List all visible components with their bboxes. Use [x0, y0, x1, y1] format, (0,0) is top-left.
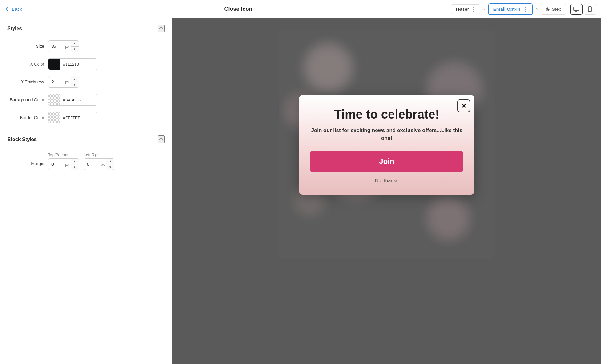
block-styles-title: Block Styles [7, 137, 37, 142]
left-right-group: Left/Right px ▲ ▼ [84, 152, 115, 170]
x-color-input[interactable] [60, 62, 91, 67]
bg-color-row: Background Color [0, 91, 172, 109]
size-increment-btn[interactable]: ▲ [71, 40, 79, 47]
border-color-label: Border Color [7, 115, 44, 120]
x-thickness-increment-btn[interactable]: ▲ [71, 76, 79, 82]
svg-rect-0 [574, 7, 579, 11]
x-color-label: X Color [7, 62, 44, 67]
email-optin-pill[interactable]: Email Opt-In ⋮ [488, 3, 533, 15]
top-bottom-group: Top/Bottom px ▲ ▼ [48, 152, 79, 170]
mobile-device-btn[interactable] [584, 4, 596, 15]
x-color-swatch[interactable] [48, 58, 60, 70]
left-right-px-label: px [101, 162, 106, 167]
margin-row: Margin Top/Bottom px ▲ ▼ [0, 148, 172, 173]
modal-card: ✕ Time to celebrate! Join our list for e… [299, 95, 474, 195]
teaser-dots-icon: ⋮ [471, 6, 476, 12]
modal-subtitle: Join our list for exciting news and excl… [310, 127, 463, 142]
x-thickness-label: X Thickness [7, 79, 44, 84]
size-decrement-btn[interactable]: ▼ [71, 47, 79, 52]
border-color-input[interactable] [60, 115, 91, 120]
teaser-pill[interactable]: Teaser ⋮ [451, 4, 480, 14]
x-thickness-spin-btns: ▲ ▼ [71, 76, 79, 88]
top-bottom-input-wrap: px ▲ ▼ [48, 158, 79, 170]
x-thickness-row: X Thickness px ▲ ▼ [0, 73, 172, 91]
left-right-label: Left/Right [84, 152, 101, 157]
size-row: Size px ▲ ▼ [0, 37, 172, 55]
plus-icon: ⊕ [545, 6, 550, 13]
size-px-label: px [65, 44, 71, 49]
x-color-input-wrap [48, 58, 97, 70]
x-thickness-px-label: px [65, 80, 71, 84]
styles-collapse-btn[interactable] [158, 25, 165, 32]
margin-inputs-row: Top/Bottom px ▲ ▼ Left/Right [48, 152, 114, 170]
step-label: Step [552, 6, 561, 12]
border-color-row: Border Color [0, 109, 172, 127]
styles-section-header: Styles [0, 18, 172, 37]
top-bottom-px-label: px [65, 162, 71, 167]
bg-color-label: Background Color [7, 97, 44, 102]
border-color-swatch[interactable] [48, 112, 60, 123]
size-label: Size [7, 44, 44, 49]
size-input[interactable] [48, 44, 65, 49]
left-right-decrement-btn[interactable]: ▼ [106, 164, 114, 170]
x-thickness-input[interactable] [48, 79, 65, 84]
left-right-spin-btns: ▲ ▼ [106, 158, 114, 170]
main-area: Styles Size px ▲ ▼ X Color [0, 18, 601, 364]
right-panel: ✕ Time to celebrate! Join our list for e… [172, 18, 601, 364]
block-styles-collapse-btn[interactable] [158, 135, 165, 143]
top-bottom-decrement-btn[interactable]: ▼ [71, 164, 79, 170]
no-thanks-link[interactable]: No, thanks [310, 178, 463, 184]
x-thickness-input-wrap: px ▲ ▼ [48, 76, 79, 88]
svg-point-4 [590, 10, 590, 11]
nav-arrow2-icon: › [534, 6, 539, 12]
teaser-label: Teaser [455, 6, 469, 12]
styles-title: Styles [7, 26, 22, 31]
bg-color-input-wrap [48, 94, 97, 106]
size-input-wrap: px ▲ ▼ [48, 40, 79, 52]
top-bottom-spin-btns: ▲ ▼ [71, 158, 79, 170]
back-button[interactable]: Back [5, 6, 22, 12]
page-title: Close Icon [28, 6, 448, 12]
margin-label: Margin [7, 152, 44, 166]
nav-arrow-icon: › [482, 6, 486, 12]
left-right-input[interactable] [84, 162, 101, 167]
join-button[interactable]: Join [310, 151, 463, 172]
top-bottom-increment-btn[interactable]: ▲ [71, 158, 79, 164]
left-right-input-wrap: px ▲ ▼ [84, 158, 115, 170]
bg-color-input[interactable] [60, 98, 91, 102]
step-button[interactable]: ⊕ Step [541, 4, 566, 15]
email-optin-label: Email Opt-In [493, 6, 520, 12]
desktop-device-btn[interactable] [570, 4, 583, 15]
top-bottom-input[interactable] [48, 162, 65, 167]
border-color-input-wrap [48, 112, 97, 123]
top-bottom-label: Top/Bottom [48, 152, 68, 157]
email-dots-icon: ⋮ [522, 6, 528, 13]
x-color-row: X Color [0, 55, 172, 73]
size-spin-btns: ▲ ▼ [71, 40, 79, 52]
left-right-increment-btn[interactable]: ▲ [106, 158, 114, 164]
top-nav: Back Close Icon Teaser ⋮ › Email Opt-In … [0, 0, 601, 18]
block-styles-section-header: Block Styles [0, 129, 172, 148]
device-group [570, 4, 596, 15]
x-thickness-decrement-btn[interactable]: ▼ [71, 82, 79, 88]
left-panel: Styles Size px ▲ ▼ X Color [0, 18, 172, 364]
close-icon-btn[interactable]: ✕ [457, 99, 470, 112]
bg-color-swatch[interactable] [48, 94, 60, 106]
preview-canvas: ✕ Time to celebrate! Join our list for e… [279, 31, 494, 259]
modal-title: Time to celebrate! [310, 107, 463, 121]
section-divider [0, 128, 172, 128]
